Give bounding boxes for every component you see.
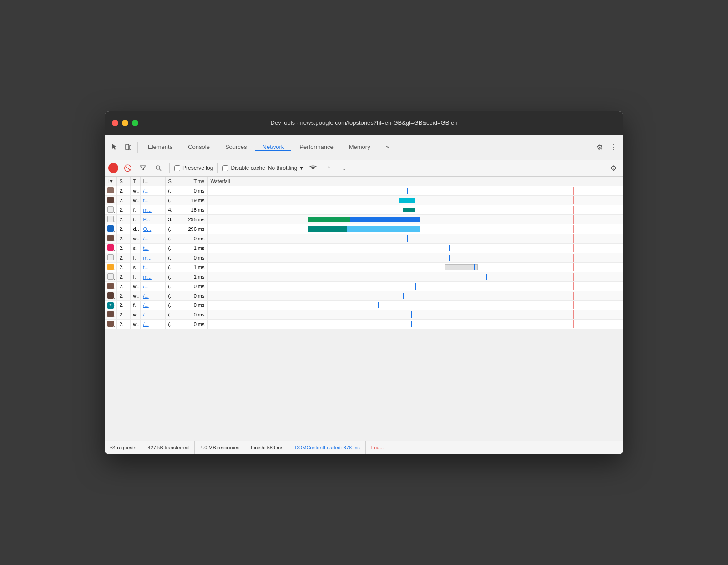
clear-icon[interactable]: 🚫	[121, 162, 134, 174]
row-status: 2.	[116, 310, 130, 319]
row-waterfall	[207, 300, 623, 310]
tab-elements[interactable]: Elements	[141, 143, 180, 151]
settings-icon[interactable]: ⚙	[593, 141, 606, 153]
network-settings-icon[interactable]: ⚙	[607, 162, 620, 174]
table-row[interactable]: 2.w./...(..0 ms	[105, 319, 623, 329]
row-status: 2.	[116, 281, 130, 291]
row-time: 1 ms	[178, 262, 207, 272]
network-toolbar: 🚫 Preserve log Disable cache No throttli…	[105, 160, 623, 177]
row-method: s.	[130, 262, 140, 272]
tab-console[interactable]: Console	[181, 143, 217, 151]
col-header-waterfall: Waterfall	[207, 177, 623, 186]
row-time: 1 ms	[178, 243, 207, 253]
row-status: 2.	[116, 291, 130, 300]
status-bar: 64 requests 427 kB transferred 4.0 MB re…	[105, 441, 623, 454]
row-time: 0 ms	[178, 234, 207, 243]
row-icon	[105, 214, 116, 224]
row-method: w.	[130, 319, 140, 329]
table-row[interactable]: 2.d.O...(..296 ms	[105, 224, 623, 234]
row-icon: T	[105, 300, 116, 310]
finish-time: Finish: 589 ms	[245, 441, 289, 454]
col-header-type: T	[130, 177, 140, 186]
device-icon[interactable]	[122, 141, 135, 153]
row-waterfall	[207, 243, 623, 253]
table-row[interactable]: 2.w./...(..0 ms	[105, 234, 623, 243]
row-time: 0 ms	[178, 186, 207, 195]
table-row[interactable]: 2.s.t...(..1 ms	[105, 262, 623, 272]
tab-sources[interactable]: Sources	[218, 143, 254, 151]
table-row[interactable]: 2.w.t...(..19 ms	[105, 195, 623, 205]
col-header-name: I...	[140, 177, 165, 186]
table-row[interactable]: 2.w./...(..0 ms	[105, 310, 623, 319]
cursor-icon[interactable]	[108, 141, 121, 153]
network-table-container[interactable]: I▼ S T I... S Time Waterfall 2.w./...(..…	[105, 177, 623, 441]
table-row[interactable]: T2.f./...(..0 ms	[105, 300, 623, 310]
maximize-button[interactable]	[132, 120, 138, 126]
row-method: w.	[130, 234, 140, 243]
row-method: s.	[130, 243, 140, 253]
row-name: m...	[140, 205, 165, 214]
resources-size: 4.0 MB resources	[195, 441, 245, 454]
row-name: /...	[140, 186, 165, 195]
preserve-log-checkbox[interactable]	[174, 165, 180, 171]
row-icon	[105, 186, 116, 195]
table-row[interactable]: 2.w./...(..0 ms	[105, 291, 623, 300]
row-status: 2.	[116, 300, 130, 310]
row-icon	[105, 272, 116, 281]
filter-icon[interactable]	[136, 162, 149, 174]
row-method: w.	[130, 186, 140, 195]
row-size: (..	[165, 186, 178, 195]
row-status: 2.	[116, 214, 130, 224]
row-time: 0 ms	[178, 291, 207, 300]
row-method: f.	[130, 300, 140, 310]
row-status: 2.	[116, 262, 130, 272]
search-icon[interactable]	[152, 162, 165, 174]
download-icon[interactable]: ↓	[338, 162, 350, 174]
tab-more[interactable]: »	[379, 143, 396, 151]
row-status: 2.	[116, 272, 130, 281]
tab-performance[interactable]: Performance	[292, 143, 340, 151]
table-row[interactable]: 2.w./...(..0 ms	[105, 281, 623, 291]
row-size: (..	[165, 234, 178, 243]
main-toolbar: Elements Console Sources Network Perform…	[105, 135, 623, 160]
row-method: w.	[130, 281, 140, 291]
table-row[interactable]: 2.t.P...3.295 ms	[105, 214, 623, 224]
more-icon[interactable]: ⋮	[607, 141, 620, 153]
row-method: w.	[130, 195, 140, 205]
requests-count: 64 requests	[110, 441, 142, 454]
minimize-button[interactable]	[122, 120, 128, 126]
preserve-log-label[interactable]: Preserve log	[174, 165, 213, 171]
row-name: /...	[140, 300, 165, 310]
disable-cache-label[interactable]: Disable cache	[222, 165, 265, 171]
close-button[interactable]	[112, 120, 118, 126]
table-row[interactable]: 2.f.m...(..0 ms	[105, 253, 623, 262]
tab-network[interactable]: Network	[255, 143, 292, 151]
table-row[interactable]: 2.w./...(..0 ms	[105, 186, 623, 195]
row-time: 0 ms	[178, 300, 207, 310]
row-method: w.	[130, 310, 140, 319]
col-header-status: S	[116, 177, 130, 186]
disable-cache-checkbox[interactable]	[222, 165, 228, 171]
row-time: 295 ms	[178, 214, 207, 224]
row-status: 2.	[116, 224, 130, 234]
window-title: DevTools - news.google.com/topstories?hl…	[271, 119, 458, 126]
row-name: /...	[140, 291, 165, 300]
wifi-icon[interactable]	[307, 162, 319, 174]
titlebar: DevTools - news.google.com/topstories?hl…	[105, 111, 623, 135]
table-row[interactable]: 2.f.m...4.18 ms	[105, 205, 623, 214]
table-row[interactable]: 2.f.m...(..1 ms	[105, 272, 623, 281]
row-waterfall	[207, 272, 623, 281]
row-icon	[105, 243, 116, 253]
record-button[interactable]	[108, 163, 118, 173]
row-icon	[105, 234, 116, 243]
row-name: t...	[140, 195, 165, 205]
tab-memory[interactable]: Memory	[342, 143, 378, 151]
table-row[interactable]: 2.s.t...(..1 ms	[105, 243, 623, 253]
separator	[137, 142, 138, 153]
throttle-select[interactable]: No throttling ▼	[268, 165, 304, 171]
svg-line-3	[159, 169, 161, 171]
row-status: 2.	[116, 253, 130, 262]
row-time: 0 ms	[178, 281, 207, 291]
upload-icon[interactable]: ↑	[322, 162, 335, 174]
row-method: t.	[130, 214, 140, 224]
